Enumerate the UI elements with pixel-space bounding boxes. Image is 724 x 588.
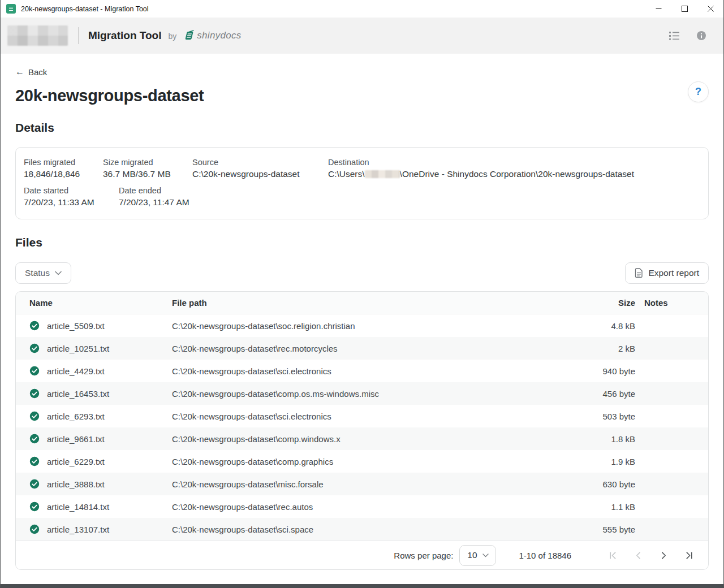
rows-per-page-label: Rows per page: [394,551,453,560]
file-name: article_10251.txt [47,344,109,353]
last-page-icon [684,551,694,560]
header-divider [78,27,79,44]
window-titlebar: 20k-newsgroups-dataset - Migration Tool [1,0,723,18]
file-name: article_16453.txt [47,389,109,399]
file-name-cell: article_9661.txt [16,434,172,444]
file-size: 1.8 kB [567,434,635,444]
field-date-ended: Date ended 7/20/23, 11:47 AM [119,186,700,207]
previous-page-button[interactable] [631,548,645,562]
column-header-size: Size [567,298,635,308]
first-page-icon [608,551,618,560]
window-title: 20k-newsgroups-dataset - Migration Tool [21,5,149,13]
rows-per-page-value: 10 [467,550,477,560]
file-name-cell: article_10251.txt [16,343,172,353]
minimize-button[interactable] [645,0,671,18]
file-name: article_9661.txt [47,434,105,444]
file-name-cell: article_13107.txt [16,524,172,534]
file-path: C:\20k-newsgroups-dataset\comp.os.ms-win… [172,389,567,399]
file-path: C:\20k-newsgroups-dataset\sci.electronic… [172,412,567,421]
field-source: Source C:\20k-newsgroups-dataset [192,158,328,179]
files-heading: Files [15,236,709,249]
file-name: article_13107.txt [47,525,109,534]
help-button[interactable]: ? [688,81,709,102]
table-row: article_5509.txt C:\20k-newsgroups-datas… [16,314,708,337]
file-size: 503 byte [567,412,635,421]
file-name-cell: article_6293.txt [16,411,172,421]
first-page-button[interactable] [606,548,619,562]
file-name-cell: article_14814.txt [16,501,172,512]
table-row: article_6229.txt C:\20k-newsgroups-datas… [16,450,708,473]
file-name: article_14814.txt [47,502,109,512]
file-name-cell: article_5509.txt [16,321,172,331]
redacted-username [365,170,400,178]
success-check-icon [29,321,40,331]
success-check-icon [29,411,40,421]
shinydocs-brand: shinydocs [182,29,241,42]
info-icon[interactable] [693,27,710,44]
pagination-range: 1-10 of 18846 [519,551,571,560]
table-row: article_10251.txt C:\20k-newsgroups-data… [16,337,708,360]
file-path: C:\20k-newsgroups-dataset\sci.space [172,525,567,534]
file-name: article_3888.txt [47,479,105,489]
app-header: Migration Tool by shinydocs [1,18,723,54]
chevron-down-icon [482,554,489,557]
status-filter-dropdown[interactable]: Status [15,262,71,284]
app-window: 20k-newsgroups-dataset - Migration Tool … [0,0,724,588]
file-name: article_6229.txt [47,457,105,466]
file-size: 555 byte [567,525,635,534]
previous-page-icon [634,551,643,560]
file-name-cell: article_16453.txt [16,388,172,399]
file-size: 940 byte [567,366,635,376]
list-view-icon[interactable] [666,27,683,44]
column-header-name: Name [16,298,172,308]
file-size: 630 byte [567,479,635,489]
shinydocs-logo-icon [182,29,196,42]
file-path: C:\20k-newsgroups-dataset\soc.religion.c… [172,321,567,331]
maximize-button[interactable] [671,0,697,18]
field-date-started: Date started 7/20/23, 11:33 AM [24,186,119,207]
success-check-icon [29,524,40,534]
file-name: article_5509.txt [47,321,105,331]
rows-per-page-select[interactable]: 10 [459,545,496,566]
file-path: C:\20k-newsgroups-dataset\rec.autos [172,502,567,512]
close-button[interactable] [697,0,723,18]
by-label: by [168,32,176,41]
table-header-row: Name File path Size Notes [16,292,708,314]
brand-name: shinydocs [197,30,241,41]
table-row: article_6293.txt C:\20k-newsgroups-datas… [16,405,708,427]
success-check-icon [29,456,40,466]
redacted-company-logo [7,25,68,46]
last-page-button[interactable] [682,548,696,562]
export-report-button[interactable]: Export report [625,262,709,284]
file-path: C:\20k-newsgroups-dataset\misc.forsale [172,479,567,489]
file-name-cell: article_3888.txt [16,479,172,489]
file-size: 456 byte [567,389,635,399]
app-logo-icon [6,4,16,14]
table-row: article_3888.txt C:\20k-newsgroups-datas… [16,473,708,495]
question-mark-icon: ? [695,86,701,98]
file-name-cell: article_4429.txt [16,366,172,376]
status-filter-label: Status [25,268,50,278]
field-size-migrated: Size migrated 36.7 MB/36.7 MB [103,158,192,179]
success-check-icon [29,343,40,353]
main-content: ← Back 20k-newsgroups-dataset ? Details … [1,54,723,584]
table-row: article_14814.txt C:\20k-newsgroups-data… [16,495,708,518]
table-row: article_4429.txt C:\20k-newsgroups-datas… [16,360,708,382]
file-size: 2 kB [567,344,635,353]
file-size: 4.8 kB [567,321,635,331]
success-check-icon [29,388,40,399]
file-name: article_4429.txt [47,366,105,376]
pagination-bar: Rows per page: 10 1-10 of 18846 [16,541,708,569]
file-path: C:\20k-newsgroups-dataset\rec.motorcycle… [172,344,567,353]
chevron-down-icon [55,271,62,275]
export-report-label: Export report [648,268,699,278]
document-icon [635,268,643,278]
success-check-icon [29,366,40,376]
back-link[interactable]: ← Back [15,67,47,77]
next-page-icon [659,551,669,560]
files-table: Name File path Size Notes article_5509.t… [15,291,709,570]
table-row: article_13107.txt C:\20k-newsgroups-data… [16,518,708,541]
next-page-button[interactable] [657,548,670,562]
back-label: Back [28,67,47,77]
column-header-path: File path [172,298,567,308]
